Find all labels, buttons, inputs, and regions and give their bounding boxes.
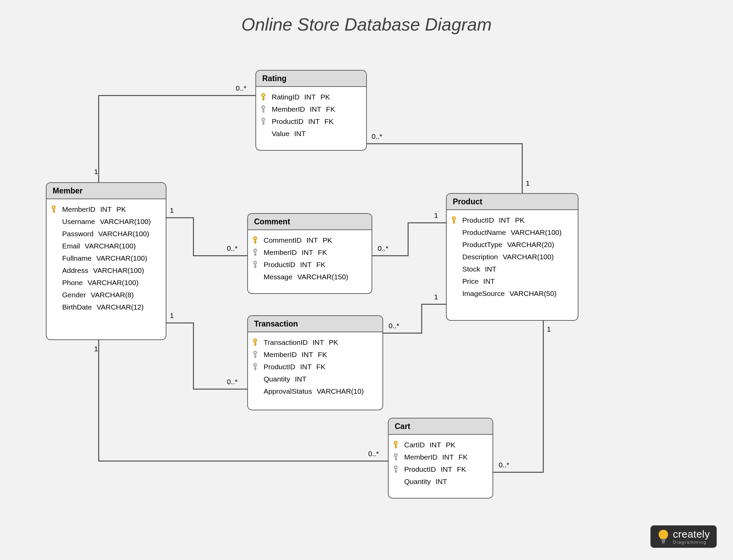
connector (408, 222, 446, 223)
cardinality-one: 1 (94, 168, 98, 176)
entity-body: CartIDINTPK MemberIDINTFK ProductIDINTFK… (389, 435, 493, 494)
entity-column: ApprovalStatusVARCHAR(10) (251, 385, 376, 397)
primary-key-icon (49, 205, 58, 213)
column-constraint: PK (515, 216, 524, 224)
column-name: ImageSource (462, 290, 505, 298)
column-type: VARCHAR(100) (100, 218, 151, 226)
connector (421, 304, 446, 305)
svg-rect-34 (255, 267, 256, 268)
entity-column: MemberIDINTPK (49, 203, 160, 216)
primary-key-icon (251, 338, 260, 347)
svg-point-36 (254, 340, 256, 341)
entity-column: ProductIDINTFK (391, 463, 486, 475)
entity-column: MemberIDINTFK (259, 103, 360, 115)
entity-rating[interactable]: Rating RatingIDINTPK MemberIDINTFK Produ… (255, 70, 367, 151)
connector (421, 304, 422, 334)
diagram-title: Online Store Database Diagram (0, 14, 733, 35)
primary-key-icon (259, 93, 268, 101)
column-type: INT (300, 363, 311, 371)
entity-column: PhoneVARCHAR(100) (49, 277, 160, 289)
column-name: MemberID (62, 205, 95, 213)
connector (193, 217, 194, 256)
entity-title: Rating (256, 71, 366, 87)
column-constraint: FK (318, 248, 327, 257)
entity-body: RatingIDINTPK MemberIDINTFK ProductIDINT… (256, 87, 366, 146)
column-type: VARCHAR(100) (96, 254, 147, 262)
svg-rect-23 (255, 241, 256, 242)
lightbulb-icon (656, 529, 671, 544)
cardinality-many: 0..* (378, 244, 389, 253)
column-type: VARCHAR(100) (93, 266, 144, 275)
column-name: Price (462, 277, 479, 285)
cardinality-one: 1 (434, 211, 438, 220)
entity-transaction[interactable]: Transaction TransactionIDINTPK MemberIDI… (247, 315, 383, 410)
column-type: INT (312, 338, 324, 347)
column-name: Quantity (264, 375, 290, 383)
column-name: Gender (62, 291, 86, 299)
entity-product[interactable]: Product ProductIDINTPKProductNameVARCHAR… (446, 193, 578, 321)
entity-column: CartIDINTPK (391, 439, 486, 451)
primary-key-icon (449, 216, 458, 224)
svg-point-61 (395, 467, 396, 468)
entity-column: StockINT (449, 263, 572, 275)
column-type: INT (295, 375, 306, 383)
cardinality-many: 0..* (372, 132, 382, 141)
cardinality-one: 1 (547, 325, 551, 333)
column-name: BirthDate (62, 303, 92, 311)
foreign-key-icon (391, 453, 400, 461)
svg-rect-68 (453, 221, 455, 222)
column-type: VARCHAR(150) (297, 273, 348, 281)
entity-column: ProductTypeVARCHAR(20) (449, 239, 572, 251)
logo-tagline: Diagramming (673, 540, 710, 544)
column-type: VARCHAR(12) (97, 303, 144, 311)
column-type: VARCHAR(100) (98, 230, 149, 238)
entity-column: TransactionIDINTPK (251, 336, 376, 349)
svg-point-1 (53, 207, 54, 208)
connector (166, 322, 194, 323)
column-type: VARCHAR(100) (85, 242, 136, 250)
column-constraint: FK (316, 261, 325, 269)
connector (98, 95, 255, 96)
primary-key-icon (251, 236, 260, 244)
connector (383, 333, 422, 334)
foreign-key-icon (391, 465, 400, 473)
svg-point-26 (254, 250, 256, 251)
svg-rect-53 (395, 446, 397, 447)
entity-comment[interactable]: Comment CommentIDINTPK MemberIDINTFK Pro… (247, 213, 372, 294)
connector (193, 322, 194, 390)
column-type: VARCHAR(10) (317, 387, 363, 395)
svg-point-6 (263, 94, 264, 96)
svg-point-66 (453, 218, 454, 219)
connector (193, 389, 247, 390)
entity-title: Product (447, 194, 578, 210)
column-name: Message (264, 273, 292, 281)
column-name: MemberID (264, 351, 297, 359)
entity-column: AddressVARCHAR(100) (49, 264, 160, 277)
column-constraint: FK (326, 105, 335, 113)
svg-rect-19 (263, 124, 264, 125)
column-name: ProductType (462, 241, 502, 249)
column-type: VARCHAR(100) (88, 279, 139, 287)
svg-point-41 (254, 352, 256, 353)
column-type: INT (483, 277, 495, 285)
svg-rect-13 (263, 110, 265, 111)
foreign-key-icon (259, 105, 268, 113)
entity-body: ProductIDINTPKProductNameVARCHAR(100)Pro… (447, 210, 578, 306)
column-constraint: FK (457, 465, 466, 473)
column-type: INT (302, 351, 313, 359)
entity-column: FullnameVARCHAR(100) (49, 252, 160, 264)
cardinality-many: 0..* (227, 244, 238, 253)
entity-column: MemberIDINTFK (251, 349, 376, 361)
entity-cart[interactable]: Cart CartIDINTPK MemberIDINTFK ProductID… (388, 418, 493, 499)
entity-column: ProductIDINTFK (251, 259, 365, 271)
column-type: INT (302, 248, 313, 257)
svg-point-21 (254, 238, 256, 239)
entity-member[interactable]: Member MemberIDINTPKUsernameVARCHAR(100)… (46, 182, 166, 340)
column-name: Value (272, 130, 289, 138)
svg-rect-44 (255, 357, 256, 358)
svg-rect-72 (662, 542, 665, 543)
column-name: MemberID (404, 453, 437, 461)
entity-column: CommentIDINTPK (251, 234, 365, 246)
cardinality-one: 1 (170, 206, 174, 214)
svg-rect-43 (255, 356, 256, 356)
